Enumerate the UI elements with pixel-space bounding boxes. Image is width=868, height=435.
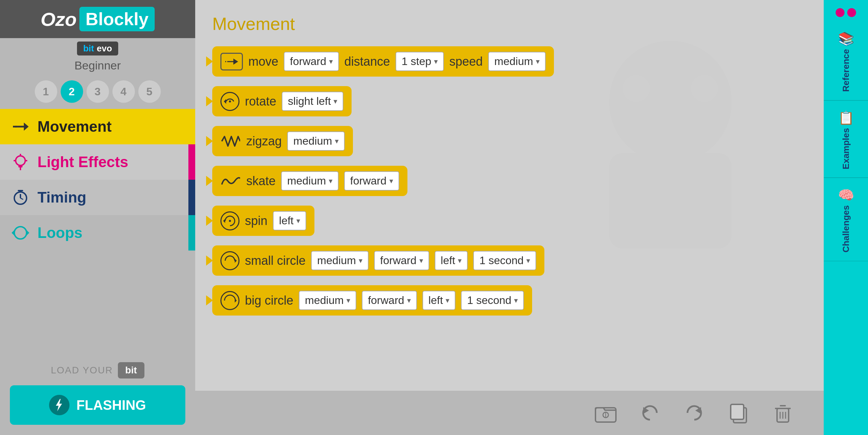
svg-point-27 [229,220,231,222]
move-distance-value: 1 step [402,55,431,68]
zigzag-speed-value: medium [293,135,332,147]
move-label: move [248,54,278,69]
toolbar-delete-icon[interactable] [769,399,796,426]
toolbar-folder-icon[interactable] [592,399,619,426]
big-circle-speed-dropdown[interactable]: medium ▾ [299,291,356,310]
skate-icon [220,173,241,190]
block-move: move forward ▾ distance 1 step ▾ speed m… [212,46,554,77]
toolbar-undo-icon[interactable] [636,399,664,426]
level-3-button[interactable]: 3 [87,80,109,103]
big-circle-turn-dropdown[interactable]: left ▾ [422,291,456,310]
sidebar-item-loops[interactable]: Loops [0,215,195,251]
small-circle-speed-arrow: ▾ [359,256,362,265]
tab-examples[interactable]: 📋 Examples [824,102,868,178]
sidebar: Ozo Blockly bit evo Beginner 1 2 3 4 5 M… [0,0,195,435]
move-speed-arrow: ▾ [536,57,540,66]
logo-area: Ozo Blockly [0,0,195,38]
zigzag-speed-dropdown[interactable]: medium ▾ [287,131,345,151]
move-distance-dropdown[interactable]: 1 step ▾ [396,52,444,71]
load-label: LOAD YOUR [51,365,113,376]
svg-point-19 [623,75,650,102]
sidebar-item-timing[interactable]: Timing [0,180,195,215]
skate-speed-value: medium [287,175,326,187]
small-circle-turn-value: left [441,254,455,267]
flash-button[interactable]: FLASHING [10,385,186,425]
bottom-toolbar [195,391,824,435]
skate-label: skate [246,174,276,188]
move-distance-arrow: ▾ [434,57,438,66]
big-circle-direction-dropdown[interactable]: forward ▾ [362,291,417,310]
challenges-label: Challenges [841,205,851,253]
challenges-icon: 🧠 [838,188,854,203]
move-direction-value: forward [290,55,326,68]
zigzag-icon [220,133,241,150]
flash-icon [49,395,69,415]
block-spin: spin left ▾ [212,206,314,236]
svg-marker-26 [223,219,225,223]
main-content: Movement move forward ▾ distance 1 step … [195,0,824,435]
tab-challenges[interactable]: 🧠 Challenges [824,179,868,261]
loops-label: Loops [37,224,82,241]
loops-icon [10,223,31,243]
flash-label: FLASHING [76,398,146,413]
sidebar-item-light-effects[interactable]: Light Effects [0,144,195,180]
move-icon [220,53,243,70]
rotate-label: rotate [245,94,276,109]
spin-direction-dropdown[interactable]: left ▾ [273,211,306,230]
skate-direction-dropdown[interactable]: forward ▾ [344,171,399,191]
beginner-label: Beginner [74,59,121,72]
small-circle-time-arrow: ▾ [526,256,530,265]
skate-speed-arrow: ▾ [329,177,332,186]
move-direction-arrow: ▾ [329,57,333,66]
svg-marker-1 [24,123,29,131]
light-effects-label: Light Effects [37,154,128,171]
right-panel: 📚 Reference 📋 Examples 🧠 Challenges [824,0,868,435]
big-circle-turn-value: left [429,294,443,307]
skate-direction-value: forward [350,175,387,187]
spin-label: spin [245,214,267,228]
spin-direction-value: left [279,214,294,227]
svg-point-3 [16,156,25,165]
block-zigzag: zigzag medium ▾ [212,126,353,156]
small-circle-direction-value: forward [380,254,417,267]
small-circle-icon [220,251,239,270]
skate-direction-arrow: ▾ [389,177,393,186]
top-dot-pair [836,3,856,22]
level-1-button[interactable]: 1 [35,80,57,103]
block-skate: skate medium ▾ forward ▾ [212,166,407,196]
move-speed-value: medium [494,55,533,68]
reference-icon: 📚 [838,31,854,46]
svg-point-20 [691,75,718,102]
small-circle-direction-arrow: ▾ [419,256,423,265]
toolbar-redo-icon[interactable] [681,399,708,426]
small-circle-turn-dropdown[interactable]: left ▾ [435,251,468,270]
rotate-direction-value: slight left [288,95,331,108]
big-circle-time-dropdown[interactable]: 1 second ▾ [461,291,524,310]
big-circle-icon [220,291,239,310]
toolbar-copy-icon[interactable] [725,399,752,426]
small-circle-speed-dropdown[interactable]: medium ▾ [311,251,369,270]
sidebar-item-movement[interactable]: Movement [0,109,195,144]
tab-reference[interactable]: 📚 Reference [824,23,868,101]
zigzag-label: zigzag [246,134,282,148]
small-circle-time-value: 1 second [479,254,524,267]
big-circle-direction-arrow: ▾ [407,296,411,305]
block-rotate: rotate slight left ▾ [212,86,352,116]
dot-1 [836,8,844,17]
dot-2 [847,8,856,17]
movement-icon [10,116,31,137]
level-2-button[interactable]: 2 [61,80,83,103]
level-5-button[interactable]: 5 [138,80,161,103]
level-4-button[interactable]: 4 [112,80,135,103]
move-direction-dropdown[interactable]: forward ▾ [284,52,339,71]
small-circle-time-dropdown[interactable]: 1 second ▾ [473,251,536,270]
move-speed-dropdown[interactable]: medium ▾ [488,52,546,71]
block-big-circle: big circle medium ▾ forward ▾ left ▾ 1 s… [212,285,532,316]
examples-icon: 📋 [838,110,854,125]
small-circle-direction-dropdown[interactable]: forward ▾ [374,251,429,270]
big-circle-turn-arrow: ▾ [446,296,449,305]
rotate-direction-dropdown[interactable]: slight left ▾ [282,92,343,111]
skate-speed-dropdown[interactable]: medium ▾ [281,171,339,191]
load-bit-area: LOAD YOUR bit [51,362,144,378]
svg-marker-14 [12,230,14,236]
